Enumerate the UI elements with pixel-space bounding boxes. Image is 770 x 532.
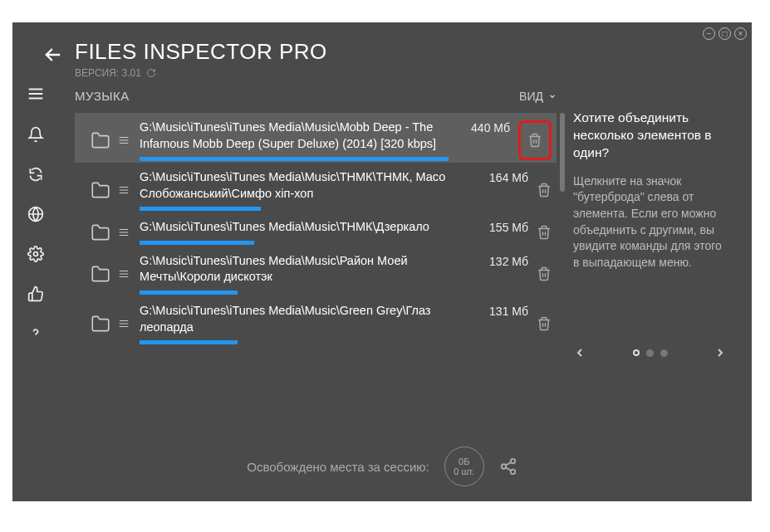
refresh-small-icon[interactable]: [146, 68, 156, 78]
folder-icon: [90, 222, 111, 243]
trash-icon: [537, 266, 552, 281]
info-panel: Хотите объединить несколько элементов в …: [573, 110, 727, 271]
chevron-left-icon[interactable]: [573, 346, 586, 359]
drag-handle-icon: [118, 133, 130, 148]
drag-handle-icon: [118, 316, 130, 331]
row-main: G:\Music\iTunes\iTunes Media\Music\Mobb …: [140, 120, 449, 161]
file-size: 155 Мб: [475, 219, 528, 234]
session-count: 0 шт.: [454, 466, 474, 476]
list-item[interactable]: G:\Music\iTunes\iTunes Media\Music\Район…: [75, 246, 557, 296]
trash-icon: [537, 183, 552, 198]
pager-dot-3[interactable]: [660, 349, 668, 357]
file-size: 131 Мб: [475, 303, 528, 318]
size-bar: [140, 241, 467, 245]
help-icon[interactable]: [27, 325, 44, 342]
scrollbar-thumb[interactable]: [560, 113, 565, 192]
info-title: Хотите объединить несколько элементов в …: [573, 110, 727, 162]
back-button[interactable]: [42, 43, 65, 66]
delete-button[interactable]: [537, 225, 552, 240]
delete-button[interactable]: [518, 120, 552, 160]
combine-handle[interactable]: [118, 183, 130, 198]
info-body: Щелкните на значок "бутерброда" слева от…: [573, 173, 727, 271]
list-item[interactable]: G:\Music\iTunes\iTunes Media\Music\Mobb …: [75, 113, 557, 163]
session-bytes: 0Б: [459, 456, 469, 466]
refresh-icon[interactable]: [27, 166, 44, 183]
app-version: ВЕРСИЯ: 3.01: [75, 67, 156, 79]
row-main: G:\Music\iTunes\iTunes Media\Music\ТНМК\…: [140, 219, 467, 245]
delete-button[interactable]: [537, 266, 552, 281]
trash-icon: [537, 316, 552, 331]
delete-button[interactable]: [537, 316, 552, 331]
list-item[interactable]: G:\Music\iTunes\iTunes Media\Music\ТНМК\…: [75, 212, 557, 246]
pager-dot-1[interactable]: [633, 349, 640, 356]
folder-icon: [90, 179, 111, 201]
file-path: G:\Music\iTunes\iTunes Media\Music\Район…: [140, 253, 467, 286]
folder-icon-wrap: [90, 129, 111, 151]
combine-handle[interactable]: [118, 225, 130, 240]
file-size: 164 Мб: [475, 169, 528, 184]
file-list: G:\Music\iTunes\iTunes Media\Music\Mobb …: [75, 113, 557, 346]
app-window: − □ × FILES INSPECTOR PRO ВЕРСИЯ: 3.01 М…: [12, 22, 752, 501]
folder-icon-wrap: [90, 263, 111, 285]
maximize-button[interactable]: □: [719, 27, 731, 40]
menu-icon[interactable]: [27, 85, 45, 103]
session-counter: 0Б 0 шт.: [444, 447, 484, 486]
file-path: G:\Music\iTunes\iTunes Media\Music\Green…: [140, 303, 467, 335]
tip-pager: [573, 346, 727, 359]
row-main: G:\Music\iTunes\iTunes Media\Music\Район…: [140, 253, 467, 295]
list-item[interactable]: G:\Music\iTunes\iTunes Media\Music\ТНМК\…: [75, 163, 557, 212]
footer: Освобождено места за сессию: 0Б 0 шт.: [12, 447, 752, 486]
folder-icon-wrap: [90, 179, 111, 201]
thumbs-up-icon[interactable]: [27, 286, 44, 302]
chevron-right-icon[interactable]: [714, 346, 727, 359]
chevron-down-icon: [548, 92, 557, 100]
gear-icon[interactable]: [27, 246, 44, 262]
file-size: 440 Мб: [457, 120, 510, 134]
section-title: МУЗЫКА: [75, 89, 130, 103]
size-bar: [140, 207, 467, 211]
combine-handle[interactable]: [118, 266, 130, 281]
folder-icon-wrap: [90, 222, 111, 243]
drag-handle-icon: [118, 225, 130, 240]
window-controls: − □ ×: [703, 27, 747, 40]
trash-icon: [527, 133, 542, 148]
app-title: FILES INSPECTOR PRO: [75, 39, 327, 65]
share-icon[interactable]: [499, 457, 517, 476]
file-size: 132 Мб: [475, 253, 528, 268]
size-bar: [140, 290, 467, 295]
bell-icon[interactable]: [27, 126, 44, 143]
view-label: ВИД: [519, 90, 543, 103]
minimize-button[interactable]: −: [703, 27, 715, 40]
row-main: G:\Music\iTunes\iTunes Media\Music\Green…: [140, 303, 467, 344]
size-bar: [140, 157, 449, 161]
svg-point-2: [510, 459, 515, 464]
session-label: Освобождено места за сессию:: [247, 460, 429, 474]
list-item[interactable]: G:\Music\iTunes\iTunes Media\Music\Green…: [75, 296, 557, 346]
file-path: G:\Music\iTunes\iTunes Media\Music\ТНМК\…: [140, 219, 467, 236]
trash-icon: [537, 225, 552, 240]
file-path: G:\Music\iTunes\iTunes Media\Music\ТНМК\…: [140, 169, 467, 202]
folder-icon: [90, 313, 111, 334]
globe-icon[interactable]: [27, 206, 44, 222]
sidebar: [12, 81, 58, 342]
combine-handle[interactable]: [118, 316, 130, 331]
svg-point-1: [33, 252, 37, 256]
delete-button[interactable]: [537, 183, 552, 198]
folder-icon: [90, 263, 111, 285]
view-selector[interactable]: ВИД: [519, 90, 557, 103]
close-button[interactable]: ×: [734, 27, 747, 40]
pager-dots: [633, 349, 668, 357]
size-bar: [140, 340, 467, 344]
section-header: МУЗЫКА ВИД: [75, 89, 557, 103]
pager-dot-2[interactable]: [646, 349, 654, 357]
drag-handle-icon: [118, 266, 130, 281]
version-label: ВЕРСИЯ: 3.01: [75, 67, 141, 79]
drag-handle-icon: [118, 183, 130, 198]
svg-point-3: [501, 464, 506, 469]
scrollbar[interactable]: [560, 113, 565, 387]
file-path: G:\Music\iTunes\iTunes Media\Music\Mobb …: [140, 120, 449, 152]
svg-point-4: [510, 470, 515, 475]
combine-handle[interactable]: [118, 133, 130, 148]
folder-icon-wrap: [90, 313, 111, 334]
folder-icon: [90, 129, 111, 151]
